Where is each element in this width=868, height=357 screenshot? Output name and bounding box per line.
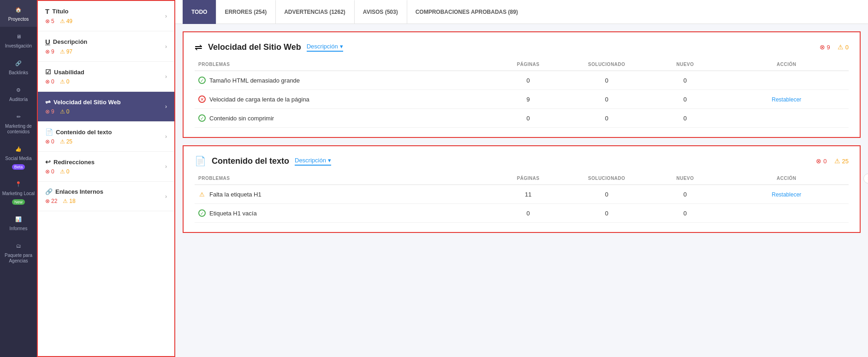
x-icon: ⊗ bbox=[45, 198, 50, 204]
check-icon: ✓ bbox=[198, 77, 206, 84]
x-icon: ⊗ bbox=[45, 138, 50, 145]
warn-icon: ⚠ bbox=[60, 108, 65, 115]
descripcion-link[interactable]: Descripción ▾ bbox=[307, 43, 343, 52]
titulo-errors: ⊗ 5 bbox=[45, 18, 54, 24]
titulo-warnings: ⚠ 49 bbox=[60, 18, 72, 24]
sidebar-item-label: Marketing Local bbox=[2, 191, 35, 196]
restore-link[interactable]: Restablecer bbox=[772, 96, 801, 103]
cell-action: Restablecer bbox=[725, 90, 849, 109]
panel-item-title: T Título bbox=[45, 7, 72, 15]
restore-link[interactable]: Restablecer bbox=[772, 191, 801, 198]
section-title: Velocidad del Sitio Web bbox=[208, 42, 301, 52]
sidebar-item-auditoria[interactable]: ⚙ Auditoría bbox=[0, 80, 37, 107]
section-warn-count: ⚠ 25 bbox=[834, 157, 849, 165]
issue-name: ✓ Etiqueta H1 vacía bbox=[198, 209, 485, 217]
descripcion-link[interactable]: Descripción ▾ bbox=[295, 157, 331, 166]
sidebar-item-informes[interactable]: 📊 Informes bbox=[0, 209, 37, 236]
triangle-warn-icon: ⚠ bbox=[838, 43, 844, 51]
usabilidad-warnings: ⚠ 0 bbox=[60, 78, 70, 85]
table-row: ✓ Etiqueta H1 vacía 0 0 0 bbox=[195, 204, 849, 223]
x-icon: ⊗ bbox=[45, 78, 50, 85]
panel-item-contenido[interactable]: 📄 Contenido del texto ⊗ 0 ⚠ 25 › bbox=[38, 122, 174, 152]
sidebar-item-label: Proyectos bbox=[8, 17, 29, 22]
tab-todo[interactable]: TODO bbox=[183, 0, 216, 24]
chevron-right-icon: › bbox=[165, 133, 167, 140]
speed-icon: ⇌ bbox=[45, 98, 51, 106]
scroll-area: ⇌ Velocidad del Sitio Web Descripción ▾ … bbox=[175, 24, 868, 357]
cell-solved: 0 bbox=[567, 204, 646, 223]
x-icon: ⊗ bbox=[45, 18, 50, 24]
issues-table-contenido: PROBLEMAS PÁGINAS SOLUCIONADO NUEVO ACCI… bbox=[195, 172, 849, 223]
section-error-count: ⊗ 9 bbox=[820, 43, 830, 51]
tab-comprobaciones[interactable]: COMPROBACIONES APROBADAS (89) bbox=[407, 0, 527, 24]
sidebar-item-label: Paquete para Agencias bbox=[2, 253, 35, 264]
chevron-right-icon: › bbox=[165, 193, 167, 200]
cell-solved: 0 bbox=[567, 90, 646, 109]
panel-item-usabilidad[interactable]: ☑ Usabilidad ⊗ 0 ⚠ 0 › bbox=[38, 62, 174, 92]
tab-errores[interactable]: ERRORES (254) bbox=[216, 0, 275, 24]
left-panel: T Título ⊗ 5 ⚠ 49 › bbox=[37, 0, 175, 357]
cell-new: 0 bbox=[646, 204, 724, 223]
sidebar-item-marketing-local[interactable]: 📍 Marketing Local New bbox=[0, 174, 37, 209]
redirect-icon: ↩ bbox=[45, 158, 51, 166]
sidebar-item-marketing-contenidos[interactable]: ✏ Marketing de contenidos bbox=[0, 107, 37, 139]
triangle-warn-icon: ⚠ bbox=[834, 157, 840, 165]
link-icon: 🔗 bbox=[13, 58, 24, 68]
cell-solved: 0 bbox=[567, 185, 646, 204]
sidebar-item-label: Investigación bbox=[5, 43, 32, 49]
cell-solved: 0 bbox=[567, 71, 646, 90]
panel-item-enlaces[interactable]: 🔗 Enlaces Internos ⊗ 22 ⚠ 18 › bbox=[38, 182, 174, 211]
cell-new: 0 bbox=[646, 90, 724, 109]
panel-item-descripcion[interactable]: U Descripción ⊗ 9 ⚠ 97 › bbox=[38, 31, 174, 62]
main-container: › T Título ⊗ 5 ⚠ 49 bbox=[37, 0, 868, 357]
x-circle-icon: ⊗ bbox=[820, 43, 825, 51]
velocidad-errors: ⊗ 9 bbox=[45, 108, 54, 115]
cell-solved: 0 bbox=[567, 109, 646, 128]
cell-pages: 11 bbox=[489, 185, 567, 204]
issue-name: ⚠ Falta la etiqueta H1 bbox=[198, 190, 485, 198]
folder-icon: 🗂 bbox=[13, 241, 24, 251]
col-header-nuevo: NUEVO bbox=[646, 172, 724, 185]
tab-avisos[interactable]: AVISOS (503) bbox=[354, 0, 407, 24]
col-header-problemas: PROBLEMAS bbox=[195, 172, 489, 185]
content-area: TODO ERRORES (254) ADVERTENCIAS (1262) A… bbox=[175, 0, 868, 357]
sidebar-item-social-media[interactable]: 👍 Social Media Beta bbox=[0, 139, 37, 174]
issues-table-velocidad: PROBLEMAS PÁGINAS SOLUCIONADO NUEVO ACCI… bbox=[195, 58, 849, 128]
col-header-paginas: PÁGINAS bbox=[489, 58, 567, 71]
cell-action: Restablecer bbox=[725, 185, 849, 204]
x-icon: ⊗ bbox=[45, 168, 50, 175]
sidebar-item-label: Backlinks bbox=[9, 70, 28, 76]
section-header: 📄 Contenido del texto Descripción ▾ ⊗ 0 bbox=[195, 155, 849, 167]
section-speed-icon: ⇌ bbox=[195, 42, 202, 53]
check-icon: ✓ bbox=[198, 209, 206, 217]
chevron-right-icon: › bbox=[165, 73, 167, 80]
panel-item-redirecciones[interactable]: ↩ Redirecciones ⊗ 0 ⚠ 0 › bbox=[38, 152, 174, 182]
col-header-solucionado: SOLUCIONADO bbox=[567, 172, 646, 185]
sidebar-item-backlinks[interactable]: 🔗 Backlinks bbox=[0, 54, 37, 80]
sidebar-item-label: Auditoría bbox=[9, 97, 28, 102]
tab-advertencias[interactable]: ADVERTENCIAS (1262) bbox=[275, 0, 354, 24]
chevron-right-icon: › bbox=[165, 43, 167, 50]
gear-icon: ⚙ bbox=[13, 85, 24, 95]
desc-icon: U bbox=[45, 38, 50, 46]
section-text-icon: 📄 bbox=[195, 155, 206, 167]
contenido-warnings: ⚠ 25 bbox=[60, 138, 72, 145]
edit-icon: ✏ bbox=[13, 112, 24, 122]
cell-new: 0 bbox=[646, 71, 724, 90]
issue-name: ✕ Velocidad de carga lenta de la página bbox=[198, 95, 485, 103]
section-header: ⇌ Velocidad del Sitio Web Descripción ▾ … bbox=[195, 42, 849, 53]
chevron-down-icon: ▾ bbox=[328, 157, 331, 164]
col-header-problemas: PROBLEMAS bbox=[195, 58, 489, 71]
x-circle-icon: ⊗ bbox=[816, 157, 821, 165]
col-header-accion: ACCIÓN bbox=[725, 58, 849, 71]
sidebar-item-proyectos[interactable]: 🏠 Proyectos bbox=[0, 0, 37, 27]
sidebar-item-paquete-agencias[interactable]: 🗂 Paquete para Agencias bbox=[0, 236, 37, 268]
sidebar-item-investigacion[interactable]: 🖥 Investigación bbox=[0, 27, 37, 54]
location-icon: 📍 bbox=[13, 179, 24, 189]
table-row: ✓ Tamaño HTML demasiado grande 0 0 0 bbox=[195, 71, 849, 90]
cell-action bbox=[725, 109, 849, 128]
home-icon: 🏠 bbox=[13, 5, 24, 15]
panel-item-title: ↩ Redirecciones bbox=[45, 158, 95, 166]
panel-item-titulo[interactable]: T Título ⊗ 5 ⚠ 49 › bbox=[38, 1, 174, 31]
panel-item-velocidad[interactable]: ⇌ Velocidad del Sitio Web ⊗ 9 ⚠ 0 › bbox=[38, 92, 174, 122]
